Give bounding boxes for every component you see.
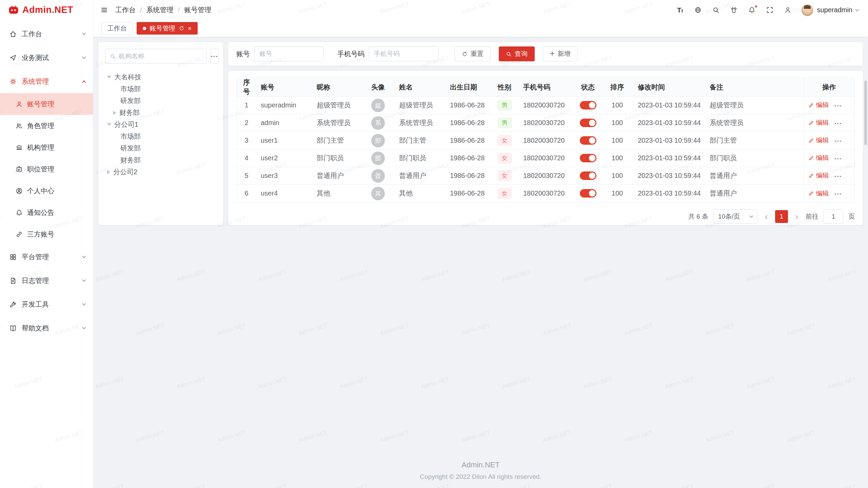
username: superadmin <box>817 6 852 14</box>
reset-button[interactable]: 重置 <box>455 46 491 61</box>
sidebar-item-logs[interactable]: 日志管理 <box>0 269 93 292</box>
caret-right-icon[interactable] <box>107 170 110 174</box>
status-toggle[interactable] <box>580 119 596 127</box>
sidebar-item-account-mgmt[interactable]: 账号管理 <box>0 93 93 115</box>
cell-remark: 普通用户 <box>705 185 804 202</box>
sidebar-item-notice[interactable]: 通知公告 <box>0 202 93 223</box>
tree-node-label: 财务部 <box>119 108 140 117</box>
user-menu[interactable]: superadmin <box>801 4 859 16</box>
tree-node[interactable]: 分公司2 <box>105 166 216 178</box>
account-filter-input[interactable] <box>254 46 324 61</box>
search-icon[interactable] <box>711 6 720 15</box>
tab-workbench[interactable]: 工作台 <box>101 22 133 35</box>
tree-node[interactable]: 市场部 <box>105 83 216 95</box>
sidebar-item-position-mgmt[interactable]: 职位管理 <box>0 158 93 180</box>
search-button[interactable]: 查询 <box>499 46 535 61</box>
tree-more-button[interactable]: ··· <box>210 49 219 64</box>
logo[interactable]: Admin.NET <box>0 0 93 20</box>
avatar <box>801 4 813 16</box>
tree-node-label: 市场部 <box>120 132 141 141</box>
sidebar-item-personal-center[interactable]: 个人中心 <box>0 180 93 202</box>
more-button[interactable]: ··· <box>834 155 842 162</box>
chevron-down-icon <box>749 214 753 218</box>
caret-right-icon[interactable] <box>113 111 116 115</box>
status-toggle[interactable] <box>580 136 596 145</box>
edit-button[interactable]: 编辑 <box>808 189 829 198</box>
close-icon[interactable]: × <box>188 25 192 32</box>
hamburger-icon[interactable] <box>101 6 108 14</box>
more-button[interactable]: ··· <box>834 137 842 145</box>
tab-label: 账号管理 <box>150 24 175 33</box>
tab-bar: 工作台 账号管理 × <box>93 20 868 37</box>
page-number-current[interactable]: 1 <box>775 210 788 223</box>
sidebar-item-org-mgmt[interactable]: 机构管理 <box>0 137 93 158</box>
sidebar-item-label: 业务测试 <box>22 53 78 62</box>
table-header-row: 序号 账号 昵称 头像 姓名 出生日期 性别 手机号码 状态 排序 修改时间 <box>237 78 854 97</box>
status-toggle[interactable] <box>580 171 596 180</box>
col-header: 修改时间 <box>633 78 705 97</box>
sidebar-item-business-test[interactable]: 业务测试 <box>0 46 93 69</box>
cell-order: 100 <box>601 167 633 185</box>
caret-down-icon[interactable] <box>107 123 111 126</box>
tree-node[interactable]: 大名科技 <box>105 71 216 83</box>
more-button[interactable]: ··· <box>834 190 842 198</box>
profile-icon[interactable] <box>783 6 792 15</box>
edit-button[interactable]: 编辑 <box>808 118 829 127</box>
status-toggle[interactable] <box>580 189 596 198</box>
breadcrumb-item[interactable]: 系统管理 <box>146 5 174 15</box>
cell-index: 6 <box>237 185 256 202</box>
account-filter-label: 账号 <box>236 49 250 59</box>
notification-icon[interactable] <box>747 6 756 15</box>
table-row: 4 user2 部门职员 部 部门职员 1986-06-28 女 1802003… <box>237 149 854 167</box>
tree-node[interactable]: 财务部 <box>105 107 216 119</box>
next-page-button[interactable]: › <box>793 212 801 221</box>
cell-birthdate: 1986-06-28 <box>446 132 490 149</box>
edit-button[interactable]: 编辑 <box>808 101 829 109</box>
cell-nickname: 部门职员 <box>312 149 361 167</box>
status-toggle[interactable] <box>580 101 596 109</box>
more-button[interactable]: ··· <box>834 102 842 109</box>
cell-modified: 2023-01-03 10:59:44 <box>633 167 705 185</box>
org-search-input[interactable] <box>119 53 202 60</box>
tree-node[interactable]: 市场部 <box>105 130 216 142</box>
reset-label: 重置 <box>471 49 484 58</box>
cell-account: user2 <box>256 149 312 167</box>
caret-down-icon[interactable] <box>107 76 111 79</box>
sidebar-item-role-mgmt[interactable]: 角色管理 <box>0 115 93 137</box>
sidebar-item-workbench[interactable]: 工作台 <box>0 22 93 46</box>
prev-page-button[interactable]: ‹ <box>763 212 770 221</box>
sidebar-item-help-docs[interactable]: 帮助文档 <box>0 316 93 340</box>
status-toggle[interactable] <box>580 154 596 162</box>
main-area: 工作台 / 系统管理 / 账号管理 Tt <box>93 0 868 488</box>
tab-account-mgmt[interactable]: 账号管理 × <box>137 22 198 35</box>
add-button[interactable]: + 新增 <box>543 46 577 61</box>
theme-icon[interactable] <box>729 6 738 15</box>
col-header: 操作 <box>804 78 854 97</box>
phone-filter-input[interactable] <box>369 46 438 61</box>
tree-node[interactable]: 分公司1 <box>105 119 216 130</box>
more-button[interactable]: ··· <box>834 172 842 180</box>
tab-label: 工作台 <box>107 24 127 33</box>
edit-button[interactable]: 编辑 <box>808 171 829 180</box>
font-size-icon[interactable]: Tt <box>675 6 684 15</box>
scrollbar-thumb[interactable] <box>864 81 867 145</box>
more-button[interactable]: ··· <box>834 120 842 127</box>
cell-birthdate: 1986-06-28 <box>446 185 490 202</box>
breadcrumb-item[interactable]: 工作台 <box>115 5 136 15</box>
goto-page-input[interactable] <box>824 209 843 224</box>
edit-button[interactable]: 编辑 <box>808 136 829 145</box>
sidebar-item-devtools[interactable]: 开发工具 <box>0 292 93 316</box>
tree-node[interactable]: 财务部 <box>105 154 216 166</box>
page-size-select[interactable]: 10条/页 <box>713 209 757 224</box>
edit-button[interactable]: 编辑 <box>808 154 829 162</box>
sidebar-item-third-party[interactable]: 三方账号 <box>0 223 93 245</box>
tree-node[interactable]: 研发部 <box>105 142 216 154</box>
fullscreen-icon[interactable] <box>765 6 774 15</box>
sidebar-menu: 工作台 业务测试 系统管理 账号管理 角色管理 机构管理 职位管理 <box>0 20 93 488</box>
globe-icon[interactable] <box>693 6 702 15</box>
refresh-icon[interactable] <box>179 25 184 31</box>
cell-phone: 18020030720 <box>519 185 575 202</box>
tree-node[interactable]: 研发部 <box>105 95 216 107</box>
sidebar-item-platform[interactable]: 平台管理 <box>0 245 93 269</box>
sidebar-item-system[interactable]: 系统管理 <box>0 69 93 93</box>
